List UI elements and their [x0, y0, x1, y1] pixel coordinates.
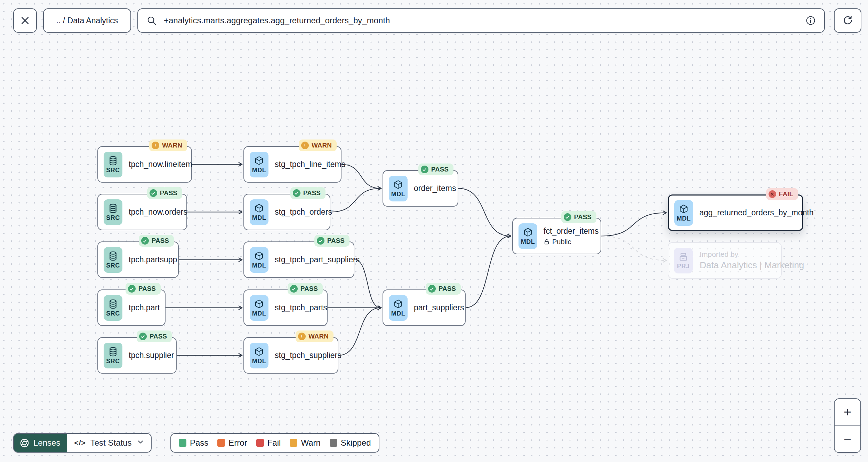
model-icon: MDL [250, 343, 268, 368]
lens-selector-dropdown[interactable]: </> Test Status [67, 434, 151, 452]
graph-node-tpch_partsupp[interactable]: SRCtpch.partsuppPASS [97, 241, 179, 278]
search-input[interactable] [163, 15, 799, 26]
model-icon: MDL [519, 223, 537, 249]
lenses-label: Lenses [33, 438, 60, 448]
cube-icon [393, 180, 403, 190]
legend-swatch-icon [217, 439, 225, 447]
graph-node-agg_returned_orders_by_month[interactable]: MDLagg_returned_orders_by_monthFAIL [668, 194, 803, 231]
legend-item-pass: Pass [179, 438, 208, 448]
graph-node-stg_tpch_part_suppliers[interactable]: MDLstg_tpch_part_suppliersPASS [243, 241, 354, 278]
status-badge-warn: WARN [149, 140, 187, 151]
lens-selector-label: Test Status [90, 438, 132, 448]
node-label: order_items [414, 184, 456, 193]
search-icon [146, 15, 157, 26]
status-dot-icon [290, 285, 298, 293]
graph-node-stg_tpch_parts[interactable]: MDLstg_tpch_partsPASS [243, 289, 328, 326]
node-label: fct_order_items [544, 226, 599, 236]
source-icon: SRC [104, 247, 122, 273]
node-label: stg_tpch_suppliers [275, 351, 341, 360]
refresh-button[interactable] [834, 8, 861, 33]
status-badge-pass: PASS [288, 283, 323, 295]
cube-icon [254, 156, 264, 166]
legend-label: Fail [267, 438, 281, 448]
cube-icon [254, 251, 264, 261]
edge-layer [0, 0, 868, 462]
close-icon [20, 15, 30, 26]
edge-part_suppliers-to-fct_order_items [466, 236, 511, 308]
access-public-label: Public [544, 238, 599, 246]
database-icon [108, 251, 118, 261]
legend-item-skipped: Skipped [330, 438, 371, 448]
ghost-node-imported_by[interactable]: PRJImported byData Analytics | Marketing [668, 242, 782, 279]
zoom-out-button[interactable]: − [835, 426, 860, 453]
edge-stg_tpch_suppliers-to-part_suppliers [338, 308, 381, 356]
status-dot-icon [428, 285, 436, 293]
imported-project-label: Data Analytics | Marketing [700, 260, 804, 271]
kind-label: MDL [252, 215, 266, 221]
status-dot-icon [141, 237, 149, 245]
node-label: part_suppliers [414, 303, 464, 312]
source-icon: SRC [104, 295, 122, 321]
breadcrumb-label: .. / Data Analytics [56, 16, 118, 25]
graph-node-stg_tpch_line_items[interactable]: MDLstg_tpch_line_itemsWARN [243, 146, 341, 183]
status-badge-pass: PASS [137, 330, 172, 342]
kind-label: SRC [106, 358, 120, 364]
status-badge-pass: PASS [426, 283, 461, 295]
zoom-in-button[interactable]: + [835, 399, 860, 425]
kind-label: SRC [106, 167, 120, 173]
graph-node-part_suppliers[interactable]: MDLpart_suppliersPASS [383, 289, 466, 326]
database-icon [108, 346, 118, 357]
legend-item-fail: Fail [256, 438, 281, 448]
status-dot-icon [421, 166, 428, 173]
graph-node-tpch_now_lineitem[interactable]: SRCtpch_now.lineitemWARN [97, 146, 192, 183]
status-badge-fail: FAIL [766, 188, 798, 200]
chevron-down-icon [136, 438, 145, 448]
graph-node-tpch_supplier[interactable]: SRCtpch.supplierPASS [97, 337, 177, 374]
breadcrumb[interactable]: .. / Data Analytics [43, 8, 131, 33]
kind-label: MDL [252, 358, 266, 364]
kind-label: SRC [106, 262, 120, 269]
model-icon: MDL [389, 176, 408, 201]
cube-icon [254, 346, 264, 357]
edge-stg_tpch_part_suppliers-to-part_suppliers [354, 260, 381, 308]
graph-node-stg_tpch_orders[interactable]: MDLstg_tpch_ordersPASS [243, 194, 330, 230]
edge-fct_order_items-to-imported_by [601, 236, 666, 261]
node-label: tpch_now.orders [129, 207, 187, 217]
graph-node-order_items[interactable]: MDLorder_itemsPASS [383, 170, 458, 207]
source-icon: SRC [104, 199, 122, 225]
database-icon [108, 203, 118, 214]
legend-label: Skipped [341, 438, 371, 448]
project-icon: PRJ [674, 248, 693, 273]
info-icon[interactable] [805, 15, 816, 26]
kind-label: MDL [677, 215, 691, 222]
code-icon: </> [74, 439, 86, 447]
graph-node-tpch_part[interactable]: SRCtpch.partPASS [97, 289, 166, 326]
status-badge-pass: PASS [314, 235, 349, 247]
status-badge-pass: PASS [290, 187, 326, 199]
graph-node-stg_tpch_suppliers[interactable]: MDLstg_tpch_suppliersWARN [243, 337, 338, 374]
graph-node-tpch_now_orders[interactable]: SRCtpch_now.ordersPASS [97, 194, 187, 230]
lineage-canvas[interactable]: SRCtpch_now.lineitemWARNMDLstg_tpch_line… [0, 0, 868, 462]
status-badge-pass: PASS [126, 283, 161, 295]
graph-node-fct_order_items[interactable]: MDLfct_order_itemsPublicPASS [512, 218, 601, 254]
node-label: stg_tpch_part_suppliers [275, 255, 360, 264]
status-dot-icon [317, 237, 324, 245]
imported-by-label: Imported by [700, 250, 804, 258]
test-status-legend: PassErrorFailWarnSkipped [170, 433, 379, 453]
edge-stg_tpch_orders-to-order_items [330, 189, 381, 212]
legend-label: Error [228, 438, 247, 448]
status-dot-icon [150, 189, 157, 197]
model-icon: MDL [250, 152, 268, 177]
model-icon: MDL [389, 295, 408, 321]
close-button[interactable] [13, 8, 37, 33]
search-bar[interactable] [137, 8, 825, 33]
legend-label: Warn [301, 438, 320, 448]
zoom-controls: + − [834, 398, 861, 453]
status-dot-icon [301, 142, 309, 149]
cube-icon [254, 203, 264, 214]
lenses-button[interactable]: Lenses [14, 434, 67, 452]
cube-icon [678, 204, 689, 214]
kind-label: MDL [252, 310, 266, 317]
edge-order_items-to-fct_order_items [458, 189, 511, 236]
kind-label: MDL [521, 239, 535, 245]
